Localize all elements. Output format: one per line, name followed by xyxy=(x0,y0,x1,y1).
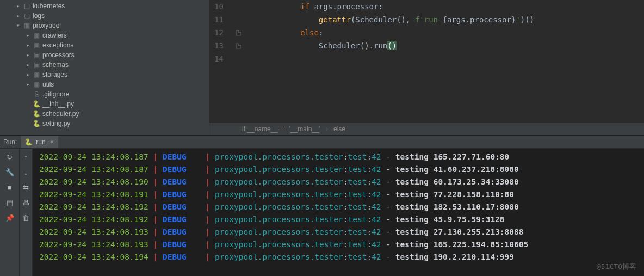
tree-item[interactable]: ▸▣processors xyxy=(0,50,209,60)
log-level: DEBUG xyxy=(163,226,201,238)
folder-icon: ▣ xyxy=(33,41,40,49)
line-number[interactable]: 13 xyxy=(209,39,231,52)
log-message: testing xyxy=(395,176,434,188)
log-line[interactable]: 2022-09-24 13:24:08.187 | DEBUG | proxyp… xyxy=(39,163,644,176)
fold-icon[interactable] xyxy=(236,43,242,49)
chevron-right-icon[interactable]: ▸ xyxy=(25,42,30,48)
tree-item[interactable]: ▸▣storages xyxy=(0,70,209,79)
log-address: 165.227.71.60:80 xyxy=(434,151,510,163)
close-icon[interactable]: × xyxy=(50,138,54,146)
log-sep: | xyxy=(153,176,163,188)
log-lineno: 42 xyxy=(371,188,381,201)
layout-icon[interactable]: ▤ xyxy=(5,198,15,207)
tree-item[interactable]: 🐍scheduler.py xyxy=(0,109,209,119)
log-line[interactable]: 2022-09-24 13:24:08.187 | DEBUG | proxyp… xyxy=(39,151,644,163)
fold-icon[interactable] xyxy=(236,30,242,36)
chevron-right-icon[interactable]: ▸ xyxy=(25,82,30,87)
code-text[interactable]: if args.processor: xyxy=(245,0,383,13)
log-message: testing xyxy=(395,163,434,176)
log-function: test xyxy=(348,163,367,176)
log-sep: | xyxy=(206,251,215,263)
tree-item-label: __init__.py xyxy=(42,100,74,108)
log-sep: | xyxy=(153,213,163,226)
console-output[interactable]: 2022-09-24 13:24:08.187 | DEBUG | proxyp… xyxy=(33,149,644,276)
tree-item[interactable]: ▸▢logs xyxy=(0,11,209,21)
run-body: ↻ 🔧 ■ ▤ 📌 ↑ ↓ ⇆ 🖶 🗑 2022-09-24 13:24:08.… xyxy=(0,149,644,276)
code-line[interactable]: 11 getattr(Scheduler(), f'run_{args.proc… xyxy=(209,13,644,26)
log-function: test xyxy=(348,188,367,201)
code-line[interactable]: 14 xyxy=(209,52,644,65)
log-level: DEBUG xyxy=(163,238,201,251)
tree-item[interactable]: ▸▢kubernetes xyxy=(0,1,209,11)
folder-icon: ▣ xyxy=(33,51,40,59)
log-sep: | xyxy=(206,188,215,201)
tree-item-label: processors xyxy=(42,51,75,59)
log-module: proxypool.processors.tester xyxy=(215,188,343,201)
print-icon[interactable]: 🖶 xyxy=(21,198,31,207)
line-number[interactable]: 14 xyxy=(209,52,231,65)
wrench-icon[interactable]: 🔧 xyxy=(5,167,15,177)
chevron-right-icon[interactable]: ▸ xyxy=(15,3,21,9)
soft-wrap-icon[interactable]: ⇆ xyxy=(21,182,31,192)
log-module: proxypool.processors.tester xyxy=(215,163,343,176)
log-sep: | xyxy=(206,201,215,213)
chevron-right-icon[interactable]: ▸ xyxy=(25,33,30,38)
log-function: test xyxy=(348,213,367,226)
stop-icon[interactable]: ■ xyxy=(5,182,15,192)
log-line[interactable]: 2022-09-24 13:24:08.191 | DEBUG | proxyp… xyxy=(39,188,644,201)
log-level: DEBUG xyxy=(163,151,201,163)
breadcrumb-segment[interactable]: if __name__ == '__main__' xyxy=(242,125,320,133)
log-address: 77.228.158.110:80 xyxy=(434,188,514,201)
chevron-right-icon[interactable]: ▸ xyxy=(15,13,21,19)
tree-item[interactable]: 🐍setting.py xyxy=(0,119,209,128)
log-line[interactable]: 2022-09-24 13:24:08.192 | DEBUG | proxyp… xyxy=(39,213,644,226)
log-line[interactable]: 2022-09-24 13:24:08.194 | DEBUG | proxyp… xyxy=(39,251,644,263)
log-sep: | xyxy=(153,188,163,201)
chevron-right-icon[interactable]: ▸ xyxy=(25,52,30,58)
code-text[interactable]: getattr(Scheduler(), f'run_{args.process… xyxy=(245,13,534,26)
folder-icon: ▣ xyxy=(23,22,30,29)
tree-item[interactable]: ⎘.gitignore xyxy=(0,89,209,99)
tree-item[interactable]: ▸▣schemas xyxy=(0,60,209,70)
chevron-right-icon[interactable]: ▸ xyxy=(25,72,30,77)
trash-icon[interactable]: 🗑 xyxy=(21,213,31,223)
breadcrumb[interactable]: if __name__ == '__main__' › else xyxy=(209,122,644,135)
log-function: test xyxy=(348,176,367,188)
chevron-right-icon[interactable]: ▸ xyxy=(25,62,30,68)
line-number[interactable]: 12 xyxy=(209,26,231,39)
line-number[interactable]: 11 xyxy=(209,13,231,26)
log-message: testing xyxy=(395,213,434,226)
log-line[interactable]: 2022-09-24 13:24:08.193 | DEBUG | proxyp… xyxy=(39,226,644,238)
breadcrumb-segment[interactable]: else xyxy=(333,125,345,133)
down-arrow-icon[interactable]: ↓ xyxy=(21,167,31,177)
code-text[interactable]: Scheduler().run() xyxy=(245,39,397,52)
rerun-icon[interactable]: ↻ xyxy=(5,152,15,162)
log-message: testing xyxy=(395,151,434,163)
up-arrow-icon[interactable]: ↑ xyxy=(21,152,31,162)
log-address: 27.130.255.213:8088 xyxy=(434,226,524,238)
chevron-down-icon[interactable]: ▾ xyxy=(15,23,21,28)
tree-item[interactable]: ▸▣exceptions xyxy=(0,40,209,50)
tree-item[interactable]: ▾▣proxypool xyxy=(0,21,209,30)
tree-item[interactable]: ▸▣utils xyxy=(0,79,209,89)
code-line[interactable]: 10 if args.processor: xyxy=(209,0,644,13)
log-lineno: 42 xyxy=(371,226,381,238)
tree-item-label: .gitignore xyxy=(42,90,69,98)
pin-icon[interactable]: 📌 xyxy=(5,213,15,223)
log-module: proxypool.processors.tester xyxy=(215,251,343,263)
run-tab[interactable]: 🐍 run × xyxy=(21,136,58,148)
line-number[interactable]: 10 xyxy=(209,0,231,13)
project-tree[interactable]: ▸▢kubernetes▸▢logs▾▣proxypool▸▣crawlers▸… xyxy=(0,0,209,135)
log-line[interactable]: 2022-09-24 13:24:08.190 | DEBUG | proxyp… xyxy=(39,176,644,188)
code-text[interactable]: else: xyxy=(245,26,323,39)
log-line[interactable]: 2022-09-24 13:24:08.193 | DEBUG | proxyp… xyxy=(39,238,644,251)
code-line[interactable]: 12 else: xyxy=(209,26,644,39)
code-line[interactable]: 13 Scheduler().run() xyxy=(209,39,644,52)
tree-item[interactable]: 🐍__init__.py xyxy=(0,99,209,109)
log-line[interactable]: 2022-09-24 13:24:08.192 | DEBUG | proxyp… xyxy=(39,201,644,213)
tree-item[interactable]: ▸▣crawlers xyxy=(0,30,209,40)
log-timestamp: 2022-09-24 13:24:08.191 xyxy=(39,188,148,201)
log-module: proxypool.processors.tester xyxy=(215,201,343,213)
top-split: ▸▢kubernetes▸▢logs▾▣proxypool▸▣crawlers▸… xyxy=(0,0,644,135)
code-editor[interactable]: 10 if args.processor:11 getattr(Schedule… xyxy=(209,0,644,135)
